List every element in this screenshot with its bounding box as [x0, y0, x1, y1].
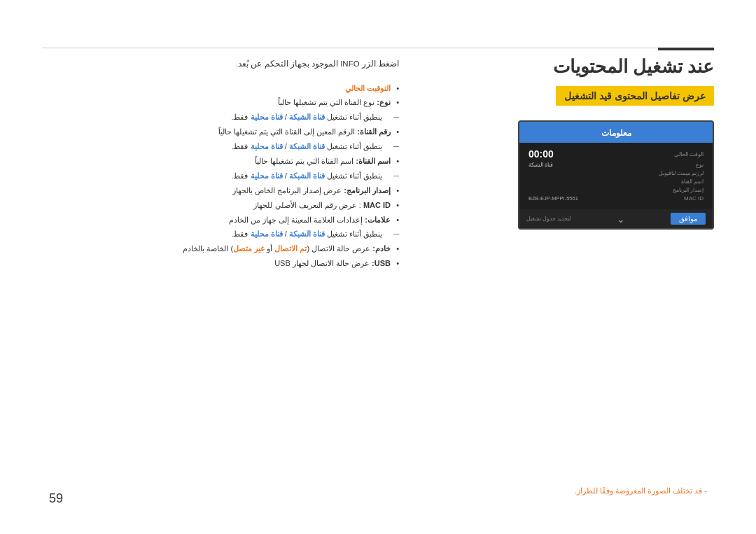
- tv-info-panel: معلومات الوقت الحالي 00:00 نوع قناة الشب…: [518, 120, 714, 230]
- list-item-channel-num-sub: ينطبق أثناء تشغيل قناة الشبكة / قناة محل…: [42, 139, 399, 154]
- server-desc: عرض حالة الاتصال (: [307, 244, 370, 253]
- list-item-macid: MAC ID : عرض رقم التعريف الأصلي للجهاز: [42, 198, 399, 213]
- page-number: 59: [49, 491, 63, 506]
- channel-name-label: اسم القناة:: [356, 157, 391, 165]
- type-label: نوع:: [377, 98, 391, 106]
- list-item-timing: التوقيت الحالي: [42, 81, 399, 96]
- tags-desc: إعدادات العلامة المعينة إلى جهاز من الخا…: [229, 216, 363, 224]
- left-panel: اضغط الزر INFO الموجود بجهاز التحكم عن ب…: [42, 57, 399, 271]
- list-item-tags: علامات: إعدادات العلامة المعينة إلى جهاز…: [42, 213, 399, 227]
- type-desc: نوع القناة التي يتم تشغيلها حالياً: [278, 98, 374, 106]
- tv-panel-title: معلومات: [601, 128, 631, 138]
- tv-time-value: 00:00: [528, 148, 554, 160]
- macid-label: MAC ID: [363, 201, 391, 209]
- network-channel-3: قناة الشبكة: [289, 171, 325, 180]
- network-channel-1: قناة الشبكة: [289, 113, 325, 121]
- tv-row-channel-name: اسم القناة: [528, 178, 704, 185]
- main-title: عند تشغيل المحتويات: [378, 56, 714, 78]
- list-item-usb: USB: عرض حالة الاتصال لجهاز USB: [42, 256, 399, 271]
- list-item-type: نوع: نوع القناة التي يتم تشغيلها حالياً: [42, 95, 399, 110]
- tv-macid-label: MAC ID: [684, 195, 704, 202]
- software-label: إصدار البرنامج:: [344, 186, 391, 195]
- channel-name-desc: اسم القناة التي يتم تشغيلها حالياً: [255, 157, 354, 165]
- tv-row-type: نوع قناة الشبكة: [528, 162, 704, 168]
- tv-nav-button[interactable]: موافق: [671, 213, 706, 225]
- disconnected-label: غير متصل: [233, 244, 265, 253]
- software-desc: عرض إصدار البرنامج الخاص بالجهاز: [232, 186, 342, 195]
- intro-text: اضغط الزر INFO الموجود بجهاز التحكم عن ب…: [42, 57, 399, 71]
- channel-num-desc: الرقم المعين إلى القناة التي يتم تشغيلها…: [218, 127, 355, 136]
- local-channel-1: قناة محلية: [251, 113, 283, 121]
- bottom-note: - قد تختلف الصورة المعروضة وفقًا للطراز.: [575, 486, 707, 496]
- tv-row-macid: MAC ID BZB-EJP-MPPI-5561: [528, 195, 704, 202]
- accent-line: [658, 48, 714, 50]
- connected-label: تم الاتصال: [274, 244, 307, 253]
- server-desc2: ) الخاصة بالخادم: [183, 244, 233, 253]
- tv-panel-content: الوقت الحالي 00:00 نوع قناة الشبكة لرزنم…: [519, 143, 713, 209]
- local-channel-4: قناة محلية: [251, 230, 283, 238]
- tv-time-label: الوقت الحالي: [674, 151, 704, 157]
- top-divider: [42, 48, 714, 48]
- section-title: عرض تفاصيل المحتوى قيد التشغيل: [564, 90, 706, 101]
- macid-desc: : عرض رقم التعريف الأصلي للجهاز: [253, 201, 360, 209]
- usb-label: USB:: [372, 259, 391, 267]
- tv-firmware-label: إصدار البرنامج: [673, 187, 704, 193]
- channel-num-label: رقم القناة:: [357, 127, 391, 136]
- timing-label: التوقيت الحالي: [345, 84, 391, 92]
- tv-macid-value: BZB-EJP-MPPI-5561: [528, 195, 578, 202]
- tv-panel-bottom: موافق ⌄ لتحديد جدول تشغيل: [519, 209, 713, 228]
- network-channel-2: قناة الشبكة: [289, 142, 325, 150]
- local-channel-2: قناة محلية: [251, 142, 283, 150]
- local-channel-3: قناة محلية: [251, 171, 283, 180]
- network-channel-4: قناة الشبكة: [289, 230, 325, 238]
- usb-desc: عرض حالة الاتصال لجهاز USB: [274, 259, 370, 267]
- tv-footer-label: لتحديد جدول تشغيل: [526, 216, 570, 222]
- tv-panel-title-bar: معلومات: [519, 122, 713, 143]
- server-or: أو: [265, 244, 274, 253]
- tv-type-value: قناة الشبكة: [528, 162, 553, 168]
- list-item-channel-name: اسم القناة: اسم القناة التي يتم تشغيلها …: [42, 154, 399, 169]
- list-item-tags-sub: ينطبق أثناء تشغيل قناة الشبكة / قناة محل…: [42, 227, 399, 241]
- tv-channel-name-label: اسم القناة: [681, 178, 704, 185]
- chevron-down-icon: ⌄: [617, 213, 625, 225]
- bullet-list: التوقيت الحالي نوع: نوع القناة التي يتم …: [42, 81, 399, 272]
- tags-label: علامات:: [365, 216, 391, 224]
- section-title-bar: عرض تفاصيل المحتوى قيد التشغيل: [556, 86, 714, 106]
- list-item-type-sub: ينطبق أثناء تشغيل قناة الشبكة / قناة محل…: [42, 110, 399, 125]
- list-item-channel-num: رقم القناة: الرقم المعين إلى القناة التي…: [42, 125, 399, 139]
- tv-row-program: لرزنم ميمت لباقيوبل: [528, 170, 704, 176]
- server-label: خادم:: [372, 244, 391, 253]
- list-item-channel-name-sub: ينطبق أثناء تشغيل قناة الشبكة / قناة محل…: [42, 169, 399, 183]
- tv-row-firmware: إصدار البرنامج: [528, 187, 704, 193]
- tv-type-label: نوع: [696, 162, 704, 168]
- tv-row-time: الوقت الحالي 00:00: [528, 148, 704, 160]
- list-item-server: خادم: عرض حالة الاتصال (تم الاتصال أو غي…: [42, 241, 399, 256]
- right-panel: عند تشغيل المحتويات عرض تفاصيل المحتوى ق…: [378, 56, 714, 230]
- list-item-software: إصدار البرنامج: عرض إصدار البرنامج الخاص…: [42, 183, 399, 198]
- tv-program-label: لرزنم ميمت لباقيوبل: [659, 170, 704, 176]
